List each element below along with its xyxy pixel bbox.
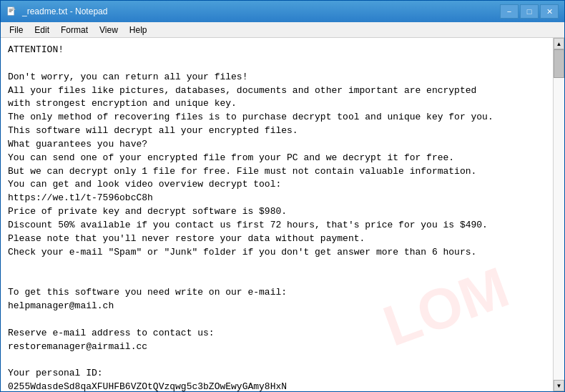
svg-rect-2	[9, 10, 13, 11]
close-button[interactable]: ✕	[540, 4, 559, 19]
text-content[interactable]: ATTENTION! Don't worry, you can return a…	[1, 38, 553, 391]
app-icon	[6, 6, 18, 17]
scroll-up-button[interactable]: ▲	[554, 38, 564, 49]
scroll-thumb[interactable]	[554, 49, 564, 78]
svg-rect-1	[9, 9, 13, 10]
title-bar: _readme.txt - Notepad − □ ✕	[1, 1, 564, 22]
menu-bar: File Edit Format View Help	[1, 22, 564, 38]
maximize-button[interactable]: □	[520, 4, 539, 19]
minimize-button[interactable]: −	[500, 4, 519, 19]
svg-rect-3	[9, 11, 12, 12]
content-area: ATTENTION! Don't worry, you can return a…	[1, 38, 564, 391]
window-title: _readme.txt - Notepad	[22, 6, 500, 16]
scroll-down-button[interactable]: ▼	[554, 380, 564, 391]
title-buttons: − □ ✕	[500, 4, 559, 19]
scroll-track[interactable]	[554, 49, 564, 380]
menu-help[interactable]: Help	[124, 24, 153, 36]
notepad-window: _readme.txt - Notepad − □ ✕ File Edit Fo…	[0, 0, 565, 392]
menu-edit[interactable]: Edit	[29, 24, 55, 36]
menu-view[interactable]: View	[94, 24, 124, 36]
menu-format[interactable]: Format	[55, 24, 94, 36]
vertical-scrollbar[interactable]: ▲ ▼	[553, 38, 564, 391]
menu-file[interactable]: File	[4, 24, 29, 36]
